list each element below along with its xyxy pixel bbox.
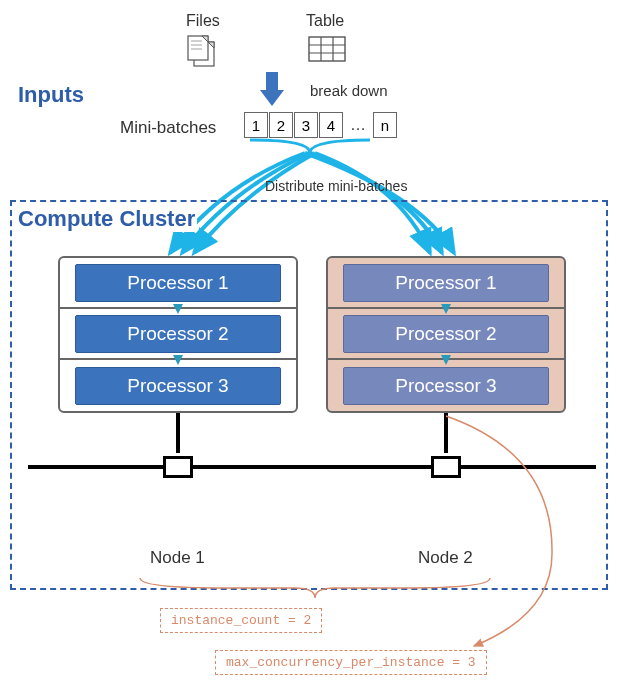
- svg-marker-18: [441, 355, 451, 365]
- svg-marker-16: [173, 355, 183, 365]
- svg-rect-12: [266, 72, 278, 90]
- processor-box: Processor 1: [75, 264, 281, 302]
- svg-rect-7: [309, 37, 345, 61]
- svg-marker-13: [260, 90, 284, 106]
- processor-box: Processor 3: [343, 367, 549, 405]
- processor-row: Processor 3: [328, 360, 564, 411]
- processor-box: Processor 1: [343, 264, 549, 302]
- batch-cell: 3: [294, 112, 318, 138]
- processor-row: Processor 3: [60, 360, 296, 411]
- server-stack: Processor 1 Processor 2 Processor 3: [326, 256, 566, 413]
- processor-box: Processor 3: [75, 367, 281, 405]
- max-concurrency-arrow-icon: [444, 414, 564, 658]
- distribute-label: Distribute mini-batches: [265, 178, 407, 194]
- instance-count-box: instance_count = 2: [160, 608, 322, 633]
- processor-down-arrow-icon: [171, 353, 185, 367]
- processor-row: Processor 2: [60, 309, 296, 360]
- max-concurrency-box: max_concurrency_per_instance = 3: [215, 650, 487, 675]
- instance-brace-icon: [135, 576, 495, 610]
- svg-marker-17: [441, 304, 451, 314]
- batch-cell: 2: [269, 112, 293, 138]
- processor-down-arrow-icon: [439, 353, 453, 367]
- files-icon: [184, 34, 224, 74]
- node1-label: Node 1: [150, 548, 205, 568]
- server-base: [58, 453, 298, 483]
- processor-row: Processor 1: [328, 258, 564, 309]
- batch-boxes: 1 2 3 4 … n: [244, 112, 397, 138]
- inputs-label: Inputs: [18, 82, 84, 108]
- server-node-1: Processor 1 Processor 2 Processor 3: [58, 256, 298, 483]
- batch-dots: …: [350, 116, 366, 134]
- processor-row: Processor 1: [60, 258, 296, 309]
- processor-row: Processor 2: [328, 309, 564, 360]
- break-down-label: break down: [310, 82, 388, 99]
- minibatches-label: Mini-batches: [120, 118, 216, 138]
- down-arrow-icon: [256, 70, 288, 114]
- processor-box: Processor 2: [343, 315, 549, 353]
- batch-cell: 1: [244, 112, 268, 138]
- batch-cell: n: [373, 112, 397, 138]
- server-stand: [176, 413, 180, 453]
- cluster-label: Compute Cluster: [18, 206, 197, 232]
- processor-box: Processor 2: [75, 315, 281, 353]
- batch-cell: 4: [319, 112, 343, 138]
- files-label: Files: [186, 12, 220, 30]
- svg-marker-15: [173, 304, 183, 314]
- processor-down-arrow-icon: [171, 302, 185, 316]
- server-stack: Processor 1 Processor 2 Processor 3: [58, 256, 298, 413]
- table-grid-icon: [308, 36, 346, 66]
- table-label: Table: [306, 12, 344, 30]
- processor-down-arrow-icon: [439, 302, 453, 316]
